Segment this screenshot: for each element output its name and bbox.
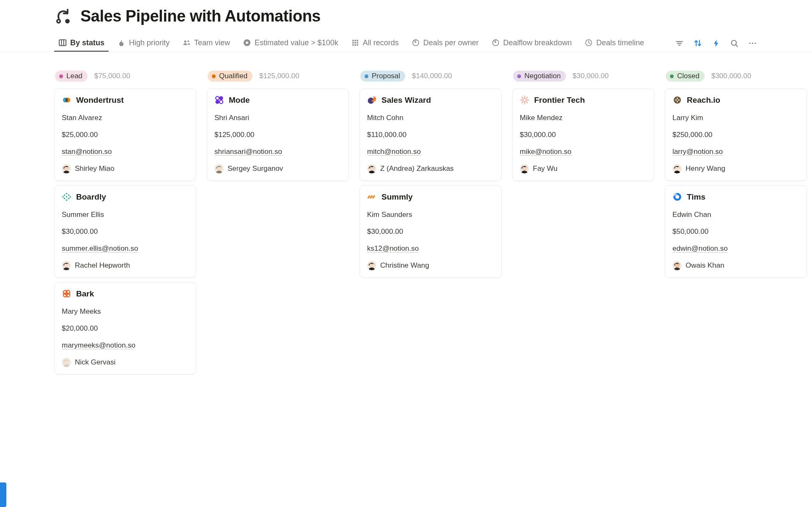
deal-value: $125,000.00 [214,130,341,139]
view-toolbar [675,35,757,52]
frontier-tech-logo [520,95,529,105]
owner-avatar [367,261,376,270]
column-sum: $75,000.00 [94,72,130,80]
page-title: Sales Pipeline with Automations [80,7,321,25]
deal-card-mode[interactable]: ModeShri Ansari$125,000.00shriansari@not… [207,88,349,181]
contact-email[interactable]: shriansari@notion.so [214,147,341,156]
tab-label: Deals per owner [423,38,479,47]
sales-wizard-logo [367,95,377,105]
tims-logo [672,192,682,202]
search-icon[interactable] [730,39,739,48]
deal-card-tims[interactable]: TimsEdwin Chan$50,000.00edwin@notion.so … [665,185,807,278]
status-label: Proposal [372,72,400,80]
tab-label: High priority [129,38,170,47]
tab-deals-timeline[interactable]: Deals timeline [580,35,648,52]
deal-card-reach-io[interactable]: Reach.ioLarry Kim$250,000.00larry@notion… [665,88,807,181]
tab-team-view[interactable]: Team view [178,35,234,52]
owner-avatar [520,164,529,173]
contact-email[interactable]: larry@notion.so [672,147,799,156]
contact-email[interactable]: mitch@notion.so [367,147,494,156]
deal-value: $30,000.00 [367,227,494,236]
contact-email[interactable]: stan@notion.so [62,147,189,156]
owner-row: Nick Gervasi [62,358,189,367]
owner-row: Fay Wu [520,164,647,173]
owner-avatar [62,358,71,367]
contact-name: Mike Mendez [520,113,647,122]
reach-io-logo [672,95,682,105]
sort-icon[interactable] [693,38,702,48]
status-dot [670,74,674,78]
filter-icon[interactable] [675,39,684,48]
owner-name: Fay Wu [533,164,557,173]
deal-card-summly[interactable]: SummlyKim Saunders$30,000.00ks12@notion.… [359,185,502,278]
bark-logo [62,289,71,299]
status-pill-proposal[interactable]: Proposal [360,71,405,82]
owner-row: Sergey Surganov [214,164,341,173]
company-name: Summly [381,192,413,202]
owner-row: Shirley Miao [62,164,189,173]
bottom-left-peek-button[interactable] [0,482,6,507]
owner-row: Henry Wang [672,164,799,173]
tab-all-records[interactable]: All records [347,35,403,52]
tab-label: Deals timeline [596,38,644,47]
company-name: Bark [76,289,94,299]
tab-deals-per-owner[interactable]: Deals per owner [407,35,483,52]
tab-high-priority[interactable]: High priority [113,35,174,52]
tab-by-status[interactable]: By status [54,35,109,52]
deal-card-boardly[interactable]: BoardlySummer Ellis$30,000.00summer.elli… [54,185,196,278]
deal-card-sales-wizard[interactable]: Sales WizardMitch Cohn$110,000.00mitch@n… [359,88,502,181]
column-negotiation: Negotiation$30,000.00Frontier TechMike M… [512,70,654,185]
contact-name: Kim Saunders [367,210,494,219]
status-label: Negotiation [524,72,561,80]
deal-value: $25,000.00 [62,130,189,139]
owner-name: Nick Gervasi [75,358,115,367]
column-sum: $30,000.00 [573,72,609,80]
status-pill-negotiation[interactable]: Negotiation [513,71,566,82]
contact-email[interactable]: summer.ellis@notion.so [62,244,189,253]
column-header: Proposal$140,000.00 [359,70,502,82]
deal-card-bark[interactable]: BarkMary Meeks$20,000.00marymeeks@notion… [54,282,196,375]
pie-chart-icon [491,38,500,47]
owner-avatar [62,261,71,270]
owner-avatar [672,164,682,173]
tab-estimated-value-100k[interactable]: Estimated value > $100k [239,35,343,52]
status-label: Lead [66,72,82,80]
deal-value: $110,000.00 [367,130,494,139]
wondertrust-logo [62,95,71,105]
contact-name: Larry Kim [672,113,799,122]
automation-arrow-icon [54,7,74,25]
contact-email[interactable]: ks12@notion.so [367,244,494,253]
deal-value: $20,000.00 [62,324,189,333]
company-name: Mode [229,96,250,105]
status-pill-qualified[interactable]: Qualified [208,71,252,82]
company-name: Sales Wizard [381,96,431,105]
deal-card-wondertrust[interactable]: WondertrustStan Alvarez$25,000.00stan@no… [54,88,196,181]
page-header: Sales Pipeline with Automations [0,0,812,25]
more-icon[interactable] [748,39,757,48]
status-pill-closed[interactable]: Closed [666,71,705,82]
board-columns-icon [58,38,67,47]
contact-name: Summer Ellis [62,210,189,219]
contact-email[interactable]: edwin@notion.so [672,244,799,253]
owner-name: Rachel Hepworth [75,261,130,270]
owner-avatar [214,164,224,173]
company-name: Boardly [76,192,106,202]
flame-icon [117,38,126,47]
contact-email[interactable]: mike@notion.so [520,147,647,156]
column-proposal: Proposal$140,000.00Sales WizardMitch Coh… [359,70,502,282]
deal-card-frontier-tech[interactable]: Frontier TechMike Mendez$30,000.00mike@n… [512,88,654,181]
tab-dealflow-breakdown[interactable]: Dealflow breakdown [487,35,576,52]
contact-email[interactable]: marymeeks@notion.so [62,341,189,350]
deal-value: $50,000.00 [672,227,799,236]
column-header: Qualified$125,000.00 [207,70,349,82]
star-badge-icon [243,38,251,47]
tab-label: Dealflow breakdown [503,38,572,47]
owner-row: Christine Wang [367,261,494,270]
status-pill-lead[interactable]: Lead [55,71,88,82]
column-qualified: Qualified$125,000.00ModeShri Ansari$125,… [207,70,349,185]
zap-icon[interactable] [712,39,721,48]
company-name: Reach.io [687,96,720,105]
contact-name: Stan Alvarez [62,113,189,122]
tab-label: All records [363,38,399,47]
column-header: Lead$75,000.00 [54,70,196,82]
